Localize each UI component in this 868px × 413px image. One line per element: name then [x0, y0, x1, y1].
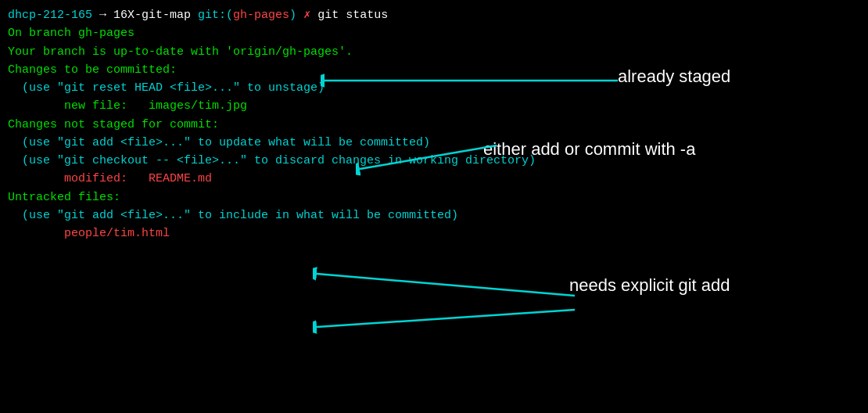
- arrow-either-add: [356, 139, 500, 177]
- annotation-needs-explicit: needs explicit git add: [569, 275, 730, 296]
- svg-line-5: [317, 274, 575, 296]
- annotation-either-add: either add or commit with -a: [483, 139, 695, 160]
- up-to-date: Your branch is up-to-date with 'origin/g…: [8, 43, 860, 61]
- svg-line-3: [360, 145, 497, 169]
- on-branch: On branch gh-pages: [8, 24, 860, 42]
- svg-line-7: [317, 310, 575, 327]
- untracked-file: people/tim.html: [8, 224, 860, 242]
- prompt-line: dhcp-212-165 → 16X-git-map git:(gh-pages…: [8, 6, 860, 24]
- annotation-already-staged: already staged: [618, 66, 730, 87]
- arrow-needs-explicit: [313, 266, 579, 305]
- changes-not-staged: Changes not staged for commit:: [8, 116, 860, 134]
- untracked: Untracked files:: [8, 189, 860, 206]
- hint-include: (use "git add <file>..." to include in w…: [8, 206, 860, 224]
- terminal: dhcp-212-165 → 16X-git-map git:(gh-pages…: [0, 0, 868, 249]
- new-file: new file: images/tim.jpg: [8, 97, 860, 115]
- arrow-already-staged: [321, 69, 622, 92]
- arrow-untracked: [313, 303, 579, 335]
